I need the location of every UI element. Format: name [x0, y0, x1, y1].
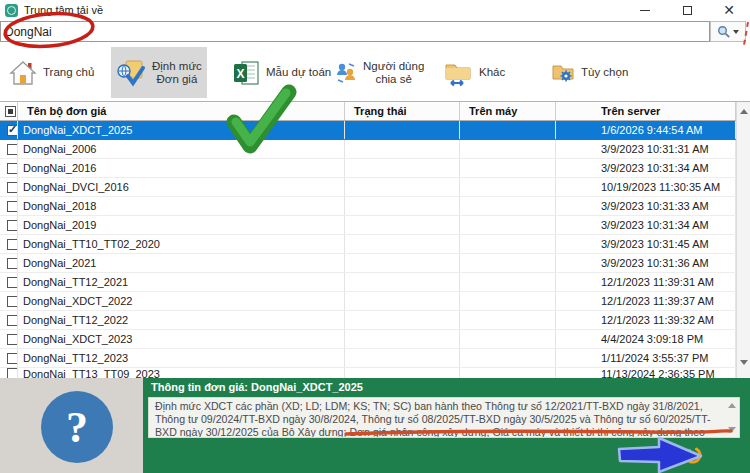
row-checkbox[interactable]	[0, 178, 18, 196]
cell-local	[460, 216, 556, 234]
cell-local	[460, 178, 556, 196]
cell-name: DongNai_2021	[18, 254, 345, 272]
close-button[interactable]: ✕	[708, 0, 750, 20]
cell-status	[345, 349, 460, 367]
cell-status	[345, 178, 460, 196]
table-row[interactable]: DongNai_XDCT_202212/1/2023 11:39:37 AM	[0, 292, 736, 311]
cell-server: 1/11/2024 3:55:37 PM	[556, 349, 736, 367]
cell-status	[345, 254, 460, 272]
row-checkbox[interactable]	[0, 159, 18, 177]
window-title: Trung tâm tải về	[24, 4, 103, 16]
row-checkbox[interactable]	[0, 216, 18, 234]
table-row[interactable]: DongNai_TT12_20231/11/2024 3:55:37 PM	[0, 349, 736, 368]
row-checkbox[interactable]	[0, 197, 18, 215]
folder-gear-icon	[551, 61, 575, 85]
table-row[interactable]: DongNai_20183/9/2023 10:31:33 AM	[0, 197, 736, 216]
row-checkbox[interactable]	[0, 140, 18, 158]
row-checkbox[interactable]	[0, 349, 18, 367]
toolbar-tuy-chon-button[interactable]: Tùy chọn	[546, 47, 633, 98]
column-header-server[interactable]: Trên server	[556, 102, 736, 120]
table-row[interactable]: DongNai_XDCT_20251/6/2026 9:44:54 AM	[0, 121, 736, 140]
cell-server: 12/1/2023 11:39:32 AM	[556, 311, 736, 329]
cell-local	[460, 121, 556, 139]
cell-server: 12/1/2023 11:39:31 AM	[556, 273, 736, 291]
excel-icon: X	[232, 60, 260, 86]
chevron-down-icon	[733, 30, 739, 34]
home-icon	[9, 60, 37, 86]
app-icon	[5, 4, 18, 17]
description-scroll-up-icon[interactable]	[728, 403, 736, 408]
toolbar: Trang chủ Định mức Đơn giá X Mẫu dự toán…	[0, 44, 750, 101]
help-icon[interactable]: ?	[41, 391, 113, 463]
cell-status	[345, 330, 460, 348]
cell-local	[460, 235, 556, 253]
cell-server: 3/9/2023 10:31:34 AM	[556, 216, 736, 234]
toolbar-dinh-muc-don-gia-label: Định mức Đơn giá	[152, 60, 202, 86]
column-header-name[interactable]: Tên bộ đơn giá	[18, 102, 345, 120]
table-row[interactable]: DongNai_TT10_TT02_20203/9/2023 10:31:45 …	[0, 235, 736, 254]
title-bar: Trung tâm tải về ✕	[0, 0, 750, 20]
toolbar-home-label: Trang chủ	[43, 66, 94, 79]
cell-server: 1/6/2026 9:44:54 AM	[556, 121, 736, 139]
row-checkbox[interactable]	[0, 311, 18, 329]
table-body: DongNai_XDCT_20251/6/2026 9:44:54 AMDong…	[0, 121, 750, 379]
search-icon	[717, 25, 731, 39]
info-panel-title: Thông tin đơn giá: DongNai_XDCT_2025	[151, 381, 363, 393]
table-row[interactable]: DongNai_DVCI_201610/19/2023 11:30:35 AM	[0, 178, 736, 197]
cell-name: DongNai_XDCT_2023	[18, 330, 345, 348]
table-row[interactable]: DongNai_TT12_202112/1/2023 11:39:31 AM	[0, 273, 736, 292]
row-checkbox[interactable]	[0, 121, 18, 139]
table-row[interactable]: DongNai_20213/9/2023 10:31:36 AM	[0, 254, 736, 273]
cell-name: DongNai_TT12_2021	[18, 273, 345, 291]
table-row[interactable]: DongNai_20193/9/2023 10:31:34 AM	[0, 216, 736, 235]
row-checkbox[interactable]	[0, 235, 18, 253]
search-button[interactable]	[710, 21, 746, 42]
toolbar-khac-button[interactable]: Khác	[438, 47, 510, 98]
search-input[interactable]	[0, 21, 710, 42]
toolbar-tuy-chon-label: Tùy chọn	[581, 66, 628, 79]
cell-status	[345, 159, 460, 177]
cell-name: DongNai_2019	[18, 216, 345, 234]
cell-status	[345, 235, 460, 253]
toolbar-mau-du-toan-label: Mẫu dự toán	[266, 66, 331, 79]
cell-server: 3/9/2023 10:31:31 AM	[556, 140, 736, 158]
cell-server: 3/9/2023 10:31:36 AM	[556, 254, 736, 272]
row-checkbox[interactable]	[0, 292, 18, 310]
table-row[interactable]: DongNai_TT12_202212/1/2023 11:39:32 AM	[0, 311, 736, 330]
select-all-checkbox[interactable]	[0, 102, 18, 120]
cell-status	[345, 216, 460, 234]
row-checkbox[interactable]	[0, 273, 18, 291]
download-icon[interactable]	[682, 446, 702, 466]
download-button[interactable]: Tải về	[641, 449, 675, 463]
cell-local	[460, 197, 556, 215]
table-header-row: Tên bộ đơn giá Trạng thái Trên máy Trên …	[0, 102, 736, 121]
column-header-local[interactable]: Trên máy	[460, 102, 556, 120]
column-header-status[interactable]: Trạng thái	[345, 102, 460, 120]
table-row[interactable]: DongNai_20063/9/2023 10:31:31 AM	[0, 140, 736, 159]
toolbar-dinh-muc-don-gia-button[interactable]: Định mức Đơn giá	[111, 47, 207, 98]
cell-status	[345, 197, 460, 215]
cell-name: DongNai_XDCT_2022	[18, 292, 345, 310]
unit-price-table: Tên bộ đơn giá Trạng thái Trên máy Trên …	[0, 101, 750, 378]
cell-server: 4/4/2024 3:09:18 PM	[556, 330, 736, 348]
toolbar-nguoi-dung-chia-se-label: Người dùng chia sẻ	[363, 60, 424, 86]
maximize-button[interactable]	[666, 0, 708, 20]
cell-name: DongNai_2016	[18, 159, 345, 177]
minimize-button[interactable]	[624, 0, 666, 20]
scroll-up-icon[interactable]	[740, 109, 748, 114]
toolbar-mau-du-toan-button[interactable]: X Mẫu dự toán	[227, 47, 336, 98]
cell-server: 3/9/2023 10:31:33 AM	[556, 197, 736, 215]
description-scroll-down-icon[interactable]	[728, 427, 736, 432]
table-row[interactable]: DongNai_20163/9/2023 10:31:34 AM	[0, 159, 736, 178]
row-checkbox[interactable]	[0, 254, 18, 272]
table-scrollbar[interactable]	[736, 102, 750, 379]
cell-local	[460, 330, 556, 348]
cell-name: DongNai_2018	[18, 197, 345, 215]
row-checkbox[interactable]	[0, 330, 18, 348]
table-row[interactable]: DongNai_XDCT_20234/4/2024 3:09:18 PM	[0, 330, 736, 349]
toolbar-nguoi-dung-chia-se-button[interactable]: Người dùng chia sẻ	[330, 47, 429, 98]
info-panel: Thông tin đơn giá: DongNai_XDCT_2025 Địn…	[143, 378, 750, 473]
toolbar-home-button[interactable]: Trang chủ	[4, 47, 99, 98]
scroll-down-icon[interactable]	[740, 360, 748, 365]
cell-server: 12/1/2023 11:39:37 AM	[556, 292, 736, 310]
